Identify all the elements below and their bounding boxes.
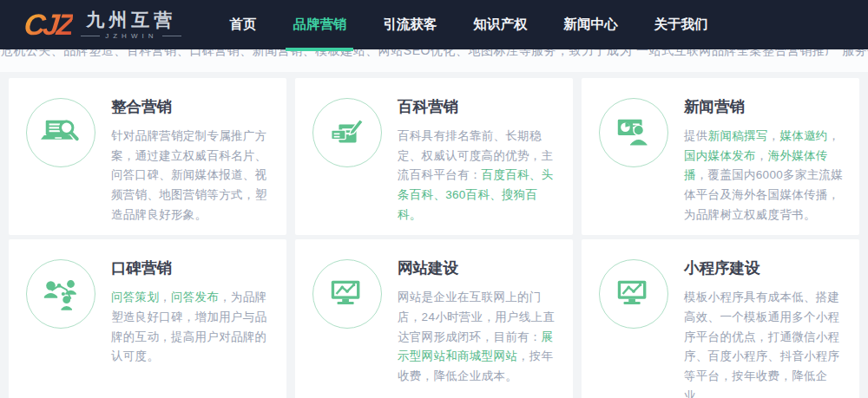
plain-text: 网站是企业在互联网上的门店，24小时营业，用户线上直达官网形成闭环，目前有： bbox=[398, 290, 555, 343]
service-card[interactable]: 网站建设网站是企业在互联网上的门店，24小时营业，用户线上直达官网形成闭环，目前… bbox=[295, 239, 573, 398]
tagline-strip: 提供危机公关、品牌塑造、百科营销、口碑营销、新闻营销、模板建站、网站SEO优化、… bbox=[0, 49, 868, 72]
highlighted-text: 媒体邀约 bbox=[779, 129, 827, 142]
site-logo[interactable]: CJZ 九州互营 JZHWIN bbox=[24, 10, 181, 40]
plain-text: 提供 bbox=[684, 129, 708, 142]
card-title: 新闻营销 bbox=[684, 96, 844, 117]
nav-item-4[interactable]: 新闻中心 bbox=[551, 0, 629, 49]
card-description: 百科具有排名靠前、长期稳定、权威认可度高的优势，主流百科平台有：百度百科、头条百… bbox=[398, 127, 557, 225]
highlighted-text: 问答发布 bbox=[171, 290, 219, 303]
plain-text: 针对品牌营销定制专属推广方案，通过建立权威百科名片、问答口碑、新闻媒体报道、视频… bbox=[111, 129, 266, 221]
service-card[interactable]: 百科营销百科具有排名靠前、长期稳定、权威认可度高的优势，主流百科平台有：百度百科… bbox=[295, 78, 573, 235]
nav-item-3[interactable]: 知识产权 bbox=[461, 0, 539, 49]
nav-item-2[interactable]: 引流获客 bbox=[371, 0, 449, 49]
monitor-chart-icon bbox=[599, 259, 668, 329]
service-card[interactable]: 小程序建设模板小程序具有成本低、搭建高效、一个模板通用多个小程序平台的优点，打通… bbox=[582, 239, 859, 398]
nav-item-0[interactable]: 首页 bbox=[217, 0, 268, 49]
plain-text: ， bbox=[828, 129, 840, 142]
plain-text: 模板小程序具有成本低、搭建高效、一个模板通用多个小程序平台的优点，打通微信小程序… bbox=[684, 290, 839, 398]
highlighted-text: 问答策划 bbox=[111, 290, 159, 303]
card-description: 针对品牌营销定制专属推广方案，通过建立权威百科名片、问答口碑、新闻媒体报道、视频… bbox=[111, 127, 271, 225]
service-card[interactable]: 新闻营销提供新闻稿撰写，媒体邀约，国内媒体发布，海外媒体传播，覆盖国内6000多… bbox=[582, 78, 859, 235]
docs-pencil-icon bbox=[312, 98, 382, 167]
card-title: 整合营销 bbox=[111, 96, 271, 117]
logo-dash-right bbox=[162, 36, 181, 36]
card-title: 网站建设 bbox=[398, 258, 557, 278]
services-card-grid: 整合营销针对品牌营销定制专属推广方案，通过建立权威百科名片、问答口碑、新闻媒体报… bbox=[0, 72, 868, 398]
service-card[interactable]: 口碑营销问答策划，问答发布，为品牌塑造良好口碑，增加用户与品牌的互动，提高用户对… bbox=[9, 239, 286, 398]
card-description: 提供新闻稿撰写，媒体邀约，国内媒体发布，海外媒体传播，覆盖国内6000多家主流媒… bbox=[684, 127, 844, 225]
nav-item-1[interactable]: 品牌营销 bbox=[280, 0, 358, 49]
card-description: 模板小程序具有成本低、搭建高效、一个模板通用多个小程序平台的优点，打通微信小程序… bbox=[684, 288, 844, 398]
plain-text: ， bbox=[756, 149, 768, 162]
card-description: 网站是企业在互联网上的门店，24小时营业，用户线上直达官网形成闭环，目前有：展示… bbox=[398, 288, 557, 386]
logo-mark-icon: CJZ bbox=[23, 10, 74, 39]
highlighted-text: 国内媒体发布 bbox=[684, 149, 756, 162]
service-card[interactable]: 整合营销针对品牌营销定制专属推广方案，通过建立权威百科名片、问答口碑、新闻媒体报… bbox=[9, 78, 286, 235]
people-network-icon bbox=[26, 259, 95, 329]
brand-subtitle: JZHWIN bbox=[81, 32, 181, 40]
card-title: 小程序建设 bbox=[684, 258, 844, 278]
nav-menu: 首页品牌营销引流获客知识产权新闻中心关于我们 bbox=[211, 0, 726, 49]
plain-text: ， bbox=[159, 290, 171, 303]
tagline-text: 提供危机公关、品牌塑造、百科营销、口碑营销、新闻营销、模板建站、网站SEO优化、… bbox=[0, 49, 868, 72]
board-person-icon bbox=[599, 98, 668, 167]
brand-name: 九州互营 bbox=[86, 10, 176, 30]
top-navigation-bar: CJZ 九州互营 JZHWIN 首页品牌营销引流获客知识产权新闻中心关于我们 bbox=[0, 0, 868, 49]
card-description: 问答策划，问答发布，为品牌塑造良好口碑，增加用户与品牌的互动，提高用户对品牌的认… bbox=[111, 288, 271, 367]
nav-item-5[interactable]: 关于我们 bbox=[641, 0, 720, 49]
logo-dash-left bbox=[81, 36, 100, 36]
plain-text: ，覆盖国内6000多家主流媒体平台及海外各国媒体传播，为品牌树立权威度背书。 bbox=[684, 168, 843, 220]
monitor-chart-icon bbox=[312, 259, 382, 329]
plain-text: ， bbox=[768, 129, 780, 142]
card-title: 口碑营销 bbox=[111, 258, 271, 278]
laptop-search-icon bbox=[26, 98, 95, 167]
highlighted-text: 新闻稿撰写 bbox=[708, 129, 768, 142]
card-title: 百科营销 bbox=[398, 96, 557, 117]
